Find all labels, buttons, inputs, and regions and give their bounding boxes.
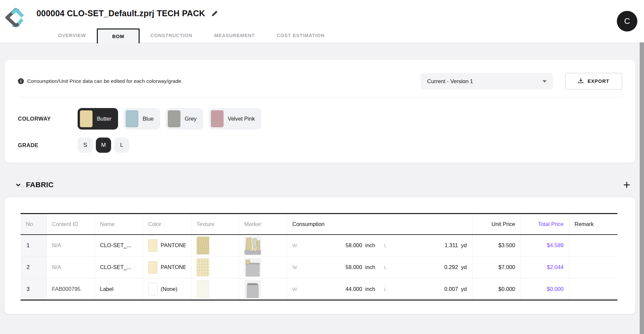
export-button[interactable]: EXPORT: [565, 73, 622, 89]
cell-consumption[interactable]: W 44.000 inch L 0.007 yd: [287, 278, 472, 300]
marker-thumbnail[interactable]: [244, 236, 261, 255]
color-chip: [148, 261, 158, 274]
marker-thumbnail[interactable]: [244, 280, 261, 298]
cell-unit-price[interactable]: $3.500: [472, 235, 521, 256]
grade-option-s[interactable]: S: [78, 138, 93, 153]
tab-cost-estimation[interactable]: COST ESTIMATION: [266, 28, 336, 42]
cell-content-id: N/A: [46, 256, 95, 278]
tab-bom[interactable]: BOM: [97, 28, 139, 43]
width-label: W: [292, 243, 304, 248]
chevron-down-icon: [543, 80, 547, 83]
cell-content-id: FAB000795: [46, 278, 95, 300]
colorway-option-butter[interactable]: Butter: [78, 108, 118, 130]
cell-marker: [239, 256, 287, 278]
color-chip: [148, 283, 158, 295]
cell-unit-price[interactable]: $0.000: [472, 278, 521, 300]
tab-construction[interactable]: CONSTRUCTION: [140, 28, 203, 42]
color-name: PANTONE: [161, 242, 186, 249]
column-marker: Marker: [239, 214, 287, 235]
cell-marker: [239, 235, 287, 256]
grade-option-m[interactable]: M: [96, 138, 111, 153]
cell-name: CLO-SET_...: [95, 256, 143, 278]
length-label: L: [384, 264, 395, 270]
cell-color: PANTONE: [143, 235, 191, 256]
column-unit-price: Unit Price: [472, 214, 521, 235]
cell-remark[interactable]: [569, 278, 617, 300]
texture-thumbnail[interactable]: [197, 258, 209, 276]
column-total-price: Total Price: [521, 214, 569, 235]
cell-no: 3: [21, 278, 46, 300]
table-header-row: No Content ID Name Color Texture Marker …: [21, 214, 617, 235]
column-name: Name: [95, 214, 143, 235]
length-unit: yd: [461, 242, 467, 249]
cell-texture: [191, 278, 239, 300]
tab-overview[interactable]: OVERVIEW: [47, 28, 97, 42]
cell-remark[interactable]: [569, 235, 617, 256]
colorway-option-label: Grey: [185, 116, 197, 122]
cell-remark[interactable]: [569, 256, 617, 278]
cell-consumption[interactable]: W 58.000 inch L 0.292 yd: [287, 256, 472, 278]
tab-measurement[interactable]: MEASUREMENT: [203, 28, 266, 42]
table-row[interactable]: 3 FAB000795 Label (None): [21, 278, 617, 300]
width-value: 44.000: [304, 286, 362, 292]
export-button-label: EXPORT: [588, 79, 610, 84]
page-title: 000004 CLO-SET_Default.zprj TECH PACK: [36, 9, 205, 18]
cell-marker: [239, 278, 287, 300]
width-label: W: [292, 286, 304, 292]
cell-texture: [191, 235, 239, 256]
width-unit: inch: [365, 286, 375, 292]
colorway-swatch: [126, 110, 138, 127]
download-icon: [578, 78, 584, 84]
divider: [18, 97, 622, 97]
texture-thumbnail[interactable]: [197, 237, 209, 254]
cell-no: 2: [21, 256, 46, 278]
color-chip: [148, 239, 158, 252]
colorway-swatch: [80, 110, 93, 127]
table-row[interactable]: 1 N/A CLO-SET_... PANTONE: [21, 235, 617, 256]
colorway-option-label: Blue: [143, 116, 154, 122]
cell-color: PANTONE: [143, 256, 191, 278]
edit-title-pencil-icon[interactable]: [211, 10, 218, 17]
cell-content-id: N/A: [46, 235, 95, 256]
tab-bar: OVERVIEW BOM CONSTRUCTION MEASUREMENT CO…: [47, 28, 336, 42]
colorway-option-blue[interactable]: Blue: [123, 108, 160, 130]
colorway-label: COLORWAY: [18, 116, 78, 122]
length-unit: yd: [461, 264, 467, 270]
colorway-option-grey[interactable]: Grey: [165, 108, 203, 130]
grade-option-l[interactable]: L: [114, 138, 129, 153]
color-name: (None): [161, 286, 177, 292]
cell-name: CLO-SET_...: [95, 235, 143, 256]
cell-total-price: $2.044: [521, 256, 569, 278]
column-consumption: Consumption: [287, 214, 472, 235]
grade-label: GRADE: [18, 142, 78, 148]
fabric-table-card: No Content ID Name Color Texture Marker …: [5, 197, 635, 314]
colorway-option-velvet-pink[interactable]: Velvet Pink: [209, 108, 262, 130]
colorway-option-label: Velvet Pink: [228, 116, 255, 122]
length-unit: yd: [461, 286, 467, 292]
cell-unit-price[interactable]: $7.000: [472, 256, 521, 278]
clo-set-logo-icon[interactable]: [5, 8, 25, 27]
colorway-option-label: Butter: [97, 116, 111, 122]
scrollbar-thumb[interactable]: [640, 42, 644, 334]
user-avatar[interactable]: C: [617, 11, 637, 31]
grade-row: GRADE S M L: [18, 138, 622, 153]
colorway-swatch: [211, 110, 224, 127]
width-value: 58.000: [304, 242, 362, 249]
texture-thumbnail[interactable]: [197, 280, 209, 298]
cell-color: (None): [143, 278, 191, 300]
version-dropdown-value: Current - Version 1: [427, 78, 473, 84]
column-texture: Texture: [191, 214, 239, 235]
cell-consumption[interactable]: W 58.000 inch L 1.311 yd: [287, 235, 472, 256]
table-row[interactable]: 2 N/A CLO-SET_... PANTONE: [21, 256, 617, 278]
marker-thumbnail[interactable]: [244, 258, 261, 277]
add-fabric-plus-icon[interactable]: [623, 181, 631, 189]
version-dropdown[interactable]: Current - Version 1: [420, 73, 553, 89]
colorway-swatch: [168, 110, 180, 127]
collapse-chevron-icon[interactable]: [15, 182, 21, 188]
scrollbar-track[interactable]: [640, 0, 644, 42]
color-name: PANTONE: [161, 264, 186, 270]
fabric-table: No Content ID Name Color Texture Marker …: [21, 213, 617, 301]
fabric-section-title: FABRIC: [26, 181, 54, 189]
length-label: L: [384, 243, 395, 248]
cell-total-price: $4.589: [521, 235, 569, 256]
